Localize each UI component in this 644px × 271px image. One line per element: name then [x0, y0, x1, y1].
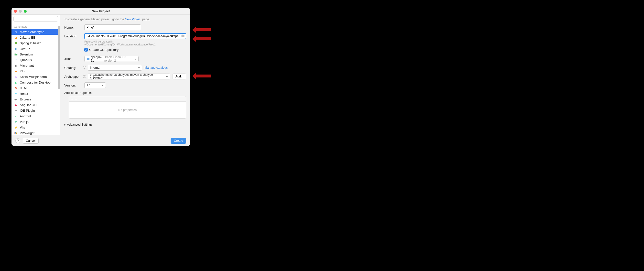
generator-item-label: Vite	[20, 126, 25, 129]
selenium-icon: Se	[14, 52, 18, 56]
callout-arrow-archetype	[195, 74, 211, 78]
create-button[interactable]: Create	[170, 138, 186, 144]
generator-item-label: JavaFX	[20, 47, 30, 50]
generator-item-label: Ktor	[20, 70, 26, 73]
archetype-help-icon[interactable]: ?	[83, 75, 86, 78]
generator-item-label: Express	[20, 98, 31, 101]
generator-item-playwright[interactable]: 🎭Playwright	[12, 130, 60, 135]
vite-icon: ⚡	[14, 126, 18, 130]
generator-item-ide-plugin[interactable]: ✦IDE Plugin	[12, 108, 60, 114]
jakarta-icon: ◢	[14, 36, 18, 40]
generator-item-html[interactable]: 5HTML	[12, 85, 60, 91]
catalog-label: Catalog:	[64, 66, 84, 70]
generator-item-angular-cli[interactable]: AAngular CLI	[12, 102, 60, 108]
manage-catalogs-link[interactable]: Manage catalogs...	[144, 66, 170, 70]
new-project-dialog: New Project Generators mMaven Archetype◢…	[12, 8, 190, 146]
help-button[interactable]: ?	[16, 138, 20, 143]
micronaut-icon: µ	[14, 64, 18, 68]
create-git-label: Create Git repository	[89, 48, 118, 52]
location-input[interactable]	[84, 33, 186, 39]
name-input[interactable]	[84, 24, 141, 30]
add-property-button[interactable]: +	[71, 97, 73, 101]
angular-icon: A	[14, 103, 18, 107]
ktor-icon: ◆	[14, 70, 18, 73]
jdk-label: JDK:	[64, 57, 84, 61]
generator-item-kotlin-multiplatform[interactable]: KKotlin Multiplatform	[12, 74, 60, 80]
generator-item-label: Selenium	[20, 52, 33, 56]
additional-properties-panel: + − No properties	[69, 96, 186, 118]
archetype-dropdown[interactable]: org.apache.maven.archetypes:maven-archet…	[88, 74, 170, 80]
sidebar-scrollbar[interactable]	[58, 26, 60, 89]
spring-icon: ❋	[14, 41, 18, 45]
generator-item-label: Compose for Desktop	[20, 81, 50, 84]
additional-properties-label: Additional Properties	[64, 91, 186, 94]
location-label: Location:	[64, 34, 84, 38]
compose-icon: ◎	[14, 81, 18, 84]
express-icon: ex	[14, 98, 18, 102]
titlebar: New Project	[12, 8, 190, 15]
generator-item-react[interactable]: ⚛React	[12, 91, 60, 96]
generator-item-quarkus[interactable]: ✦Quarkus	[12, 57, 60, 63]
advanced-settings-toggle[interactable]: Advanced Settings	[64, 123, 186, 126]
folder-icon	[86, 57, 90, 61]
generator-item-vue-js[interactable]: VVue.js	[12, 119, 60, 125]
javafx-icon: ▮	[14, 47, 18, 51]
generator-item-micronaut[interactable]: µMicronaut	[12, 63, 60, 68]
catalog-help-icon[interactable]: ?	[83, 66, 86, 70]
catalog-dropdown[interactable]: Internal	[88, 65, 142, 70]
react-icon: ⚛	[14, 92, 18, 96]
generator-item-label: Kotlin Multiplatform	[20, 75, 47, 79]
generator-item-javafx[interactable]: ▮JavaFX	[12, 46, 60, 52]
browse-folder-icon[interactable]	[181, 34, 185, 38]
generator-item-maven-archetype[interactable]: mMaven Archetype	[12, 29, 60, 35]
location-hint: Project will be created in: ~/Documents/…	[84, 40, 186, 46]
main-panel: To create a general Maven project, go to…	[60, 15, 190, 135]
generator-item-label: Android	[20, 114, 31, 118]
add-archetype-button[interactable]: Add...	[172, 74, 186, 80]
cancel-button[interactable]: Cancel	[23, 138, 38, 144]
android-icon: ▲	[14, 114, 18, 118]
remove-property-button[interactable]: −	[75, 97, 77, 101]
generator-item-spring-initializr[interactable]: ❋Spring Initializr	[12, 40, 60, 46]
playwright-icon: 🎭	[14, 131, 18, 135]
dialog-footer: ? Cancel Create	[12, 135, 190, 146]
generators-header: Generators	[12, 23, 60, 29]
generator-item-label: Maven Archetype	[20, 30, 44, 34]
generator-item-label: Playwright	[20, 131, 34, 135]
quarkus-icon: ✦	[14, 58, 18, 62]
generator-item-ktor[interactable]: ◆Ktor	[12, 68, 60, 74]
generator-item-jakarta-ee[interactable]: ◢Jakarta EE	[12, 35, 60, 40]
create-git-checkbox[interactable]	[84, 48, 88, 52]
version-dropdown[interactable]: 1.1	[84, 82, 106, 88]
callout-arrow-name	[195, 28, 211, 31]
generator-item-express[interactable]: exExpress	[12, 96, 60, 102]
generator-item-label: Vue.js	[20, 120, 28, 124]
generator-item-label: Spring Initializr	[20, 41, 40, 45]
archetype-label: Archetype:	[64, 75, 84, 78]
name-label: Name:	[64, 26, 84, 29]
no-properties-text: No properties	[69, 102, 186, 118]
kotlin-icon: K	[14, 75, 18, 79]
new-project-link[interactable]: New Project	[125, 18, 141, 21]
generator-item-label: IDE Plugin	[20, 109, 35, 112]
version-label: Version:	[64, 84, 84, 87]
generator-item-label: Micronaut	[20, 64, 34, 68]
sidebar: Generators mMaven Archetype◢Jakarta EE❋S…	[12, 15, 60, 135]
window-title: New Project	[12, 9, 190, 13]
chevron-right-icon	[64, 124, 66, 126]
intro-text: To create a general Maven project, go to…	[64, 18, 186, 21]
generator-search-input[interactable]	[14, 16, 58, 22]
generator-item-label: HTML	[20, 86, 28, 90]
callout-arrow-location	[195, 38, 211, 40]
generator-item-label: Jakarta EE	[20, 36, 36, 39]
generator-item-android[interactable]: ▲Android	[12, 114, 60, 119]
maven-icon: m	[14, 30, 18, 34]
generator-item-label: React	[20, 92, 28, 96]
generator-item-compose-for-desktop[interactable]: ◎Compose for Desktop	[12, 80, 60, 85]
vue-icon: V	[14, 120, 18, 124]
html-icon: 5	[14, 86, 18, 90]
generator-item-label: Angular CLI	[20, 103, 37, 107]
jdk-dropdown[interactable]: openjdk-21 Oracle OpenJDK version 2	[84, 56, 138, 62]
generator-item-selenium[interactable]: SeSelenium	[12, 52, 60, 57]
generator-item-vite[interactable]: ⚡Vite	[12, 125, 60, 130]
